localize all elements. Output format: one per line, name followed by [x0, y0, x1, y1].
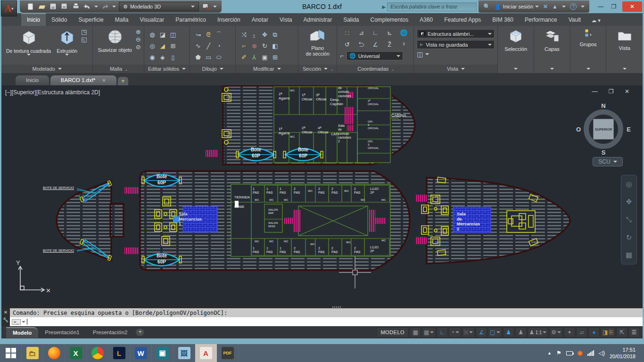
ribbon-tab-performance[interactable]: Performance: [519, 14, 563, 26]
ucs-icon[interactable]: ⸬: [345, 30, 349, 36]
ucs-z-icon[interactable]: Ž: [388, 41, 391, 48]
taskbar-app-viewer[interactable]: 🖼: [173, 344, 195, 362]
dynamic-input-button[interactable]: ▢: [488, 327, 502, 337]
workspace-switching-button[interactable]: ⚙: [549, 327, 563, 337]
viewcube-top-face[interactable]: SUPERIOR: [593, 119, 614, 140]
annotation-scale-button[interactable]: ♟1:1: [528, 327, 549, 337]
tab-barco[interactable]: BARCO 1.dxf*✕: [50, 75, 116, 85]
tab-inicio[interactable]: Inicio: [16, 75, 49, 85]
isodraft-button[interactable]: ⤬: [462, 327, 475, 337]
taskbar-app-explorer[interactable]: 🗀: [22, 344, 43, 362]
named-view-dropdown[interactable]: ⊩ Vista no guardada: [417, 40, 495, 49]
layout-tab-presentación1[interactable]: Presentación1: [38, 328, 86, 337]
scale-icon[interactable]: ▣: [262, 54, 267, 60]
customization-menu-button[interactable]: ☰: [628, 327, 640, 337]
maximize-button[interactable]: ❐: [607, 2, 620, 11]
close-button[interactable]: ✕: [622, 1, 642, 12]
taskbar-app-firefox[interactable]: [43, 344, 65, 362]
plot-icon[interactable]: [72, 3, 80, 10]
taskbar-app-excel[interactable]: X: [65, 344, 87, 362]
viewcube[interactable]: N S O E SUPERIOR: [578, 103, 629, 155]
polar-tracking-button[interactable]: ◔: [449, 327, 461, 337]
taskbar-app-word[interactable]: W: [130, 344, 152, 362]
pan-hand-icon[interactable]: ✥: [626, 197, 632, 206]
annotation-visibility-button[interactable]: ♟: [503, 327, 514, 337]
ribbon-tab-paramétrico[interactable]: Paramétrico: [170, 14, 212, 26]
workspace-dropdown[interactable]: ⚙ Modelado 3D: [119, 2, 199, 11]
panel-footer-seccion[interactable]: Sección⌟: [298, 65, 337, 73]
panel-seleccion[interactable]: Selección: [498, 26, 534, 73]
ortho-button[interactable]: ∟: [437, 327, 448, 337]
taskbar-app-autocad[interactable]: A: [195, 344, 217, 362]
help-icon[interactable]: ?: [570, 3, 577, 10]
ucs-view-icon[interactable]: ∠: [373, 41, 379, 48]
orbit-icon[interactable]: ↻: [626, 233, 632, 242]
ucs-face-icon[interactable]: 🌐: [400, 30, 407, 36]
tray-expand-icon[interactable]: ▲: [547, 351, 552, 355]
command-customize-icon[interactable]: 🔧: [3, 317, 8, 322]
network-icon[interactable]: [587, 350, 594, 356]
ribbon-tab-bim-360[interactable]: BIM 360: [487, 14, 519, 26]
undo-dropdown-icon[interactable]: [94, 6, 98, 8]
texture-box-button[interactable]: De textura cuadrada: [4, 28, 53, 65]
offset-edge-icon[interactable]: ▯: [171, 54, 174, 60]
gizmo-icon[interactable]: ⍚: [252, 32, 256, 38]
clock[interactable]: 17:51 20/01/2018: [610, 346, 639, 360]
ribbon-tab-a360[interactable]: A360: [414, 14, 438, 26]
ellipse-icon[interactable]: ⬭: [216, 54, 222, 60]
minimize-button[interactable]: —: [594, 2, 607, 11]
panel-vista-derecha[interactable]: Vista: [606, 26, 643, 73]
command-recent-icon[interactable]: >_: [12, 319, 21, 325]
ribbon-tab-featured-apps[interactable]: Featured Apps: [438, 14, 487, 26]
layout-tab-modelo[interactable]: Modelo: [6, 327, 38, 338]
scu-button[interactable]: SCU: [593, 157, 623, 166]
battery-icon[interactable]: [566, 351, 573, 355]
trim-icon[interactable]: ⤨: [241, 32, 246, 38]
polygon-icon[interactable]: ⬟: [195, 54, 200, 60]
a360-dropdown-icon[interactable]: [562, 6, 566, 8]
redo-icon[interactable]: [101, 3, 109, 10]
rotate-icon[interactable]: ↻: [262, 43, 267, 49]
signin-button[interactable]: 👤 Iniciar sesión: [495, 4, 539, 10]
ucs-prev-icon[interactable]: ⮌: [358, 41, 364, 48]
ribbon-tab-administrar[interactable]: Administrar: [297, 14, 338, 26]
ucs-object-icon[interactable]: ⊾: [387, 30, 392, 36]
smooth-object-button[interactable]: Suavizar objeto: [96, 28, 133, 65]
visual-style-dropdown[interactable]: ◩ Estructura alámbri...: [417, 29, 495, 38]
undo-icon[interactable]: [83, 3, 91, 10]
intersect-icon[interactable]: ◉: [149, 54, 155, 60]
viewcube-south[interactable]: S: [602, 149, 606, 156]
polyline-icon[interactable]: ↝: [196, 32, 201, 38]
autocad-app-menu[interactable]: A▾: [1, 0, 17, 16]
new-file-icon[interactable]: [26, 3, 35, 10]
ucs-origin-icon[interactable]: ⌐: [340, 53, 344, 59]
search-binoculars-icon[interactable]: 🔍: [483, 3, 490, 10]
viewcube-east[interactable]: E: [627, 126, 631, 133]
a360-icon[interactable]: ▲: [552, 3, 558, 10]
new-layout-button[interactable]: +: [136, 329, 144, 336]
erase-icon[interactable]: ✐: [241, 54, 247, 60]
panel-capas[interactable]: Capas: [534, 26, 570, 73]
panel-footer-coordenadas[interactable]: Coordenadas⌟: [337, 65, 413, 73]
snap-grid-button[interactable]: ▦: [410, 327, 421, 337]
ucs-dropdown[interactable]: 🌐 Universal: [347, 51, 403, 60]
ribbon-tab-inserción[interactable]: Inserción: [212, 14, 246, 26]
ucs-named-icon[interactable]: ⊿: [359, 30, 364, 36]
flag-icon[interactable]: ⚑: [556, 350, 561, 356]
extract-icon[interactable]: ⊞: [170, 43, 175, 49]
ribbon-tab-visualizar[interactable]: Visualizar: [134, 14, 170, 26]
exchange-icon[interactable]: ✕: [543, 3, 548, 10]
ribbon-tab-vault[interactable]: Vault: [563, 14, 586, 26]
presspull-icon[interactable]: ◳: [81, 29, 87, 35]
save-icon[interactable]: [49, 3, 58, 10]
ribbon-tab-salida[interactable]: Salida: [338, 14, 364, 26]
command-input[interactable]: >_: [10, 317, 643, 326]
graphics-performance-button[interactable]: ●: [588, 327, 600, 337]
search-expand-icon[interactable]: ▶: [382, 4, 386, 9]
ribbon-tab-superficie[interactable]: Superficie: [73, 14, 109, 26]
show-motion-icon[interactable]: ▦: [626, 251, 632, 259]
osnap-button[interactable]: ∠: [476, 327, 487, 337]
revolve-icon[interactable]: ◱: [81, 36, 87, 42]
arc-icon[interactable]: ⌒: [216, 32, 222, 38]
slice-icon[interactable]: ◪: [160, 32, 165, 38]
